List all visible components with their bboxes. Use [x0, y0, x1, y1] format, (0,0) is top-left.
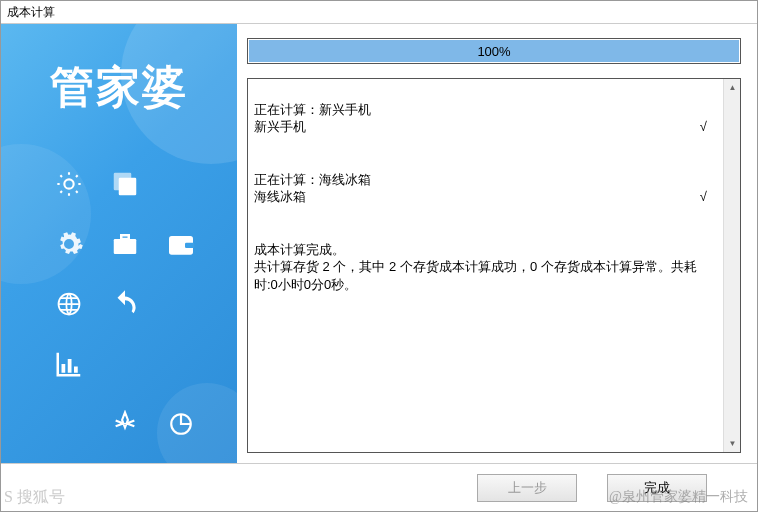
blank-icon [165, 288, 197, 320]
blank-icon [109, 348, 141, 380]
blank-icon [165, 168, 197, 200]
undo-icon [109, 288, 141, 320]
bar-chart-icon [53, 348, 85, 380]
check-icon: √ [700, 188, 717, 206]
globe-icon [53, 288, 85, 320]
prev-button: 上一步 [477, 474, 577, 502]
body: 管家婆 [1, 23, 757, 463]
svg-rect-2 [119, 178, 137, 196]
svg-rect-10 [74, 367, 78, 373]
progress-bar: 100% [247, 38, 741, 64]
blank-icon [53, 408, 85, 440]
svg-rect-3 [114, 239, 137, 254]
check-icon: √ [700, 118, 717, 136]
pie-icon [165, 408, 197, 440]
layers-icon [109, 168, 141, 200]
progress-text: 100% [248, 39, 740, 63]
log-content: 正在计算：新兴手机 新兴手机√ 正在计算：海线冰箱 海线冰箱√ 成本计算完成。 … [248, 79, 723, 452]
sun-icon [53, 168, 85, 200]
footer: 上一步 完成 [1, 463, 757, 511]
scroll-down-icon[interactable]: ▼ [724, 435, 741, 452]
star-icon [109, 408, 141, 440]
scroll-up-icon[interactable]: ▲ [724, 79, 741, 96]
log-output: 正在计算：新兴手机 新兴手机√ 正在计算：海线冰箱 海线冰箱√ 成本计算完成。 … [247, 78, 741, 453]
svg-rect-9 [68, 359, 72, 373]
svg-rect-6 [185, 243, 194, 248]
svg-rect-4 [121, 235, 129, 239]
sidebar-icon-grid [41, 154, 211, 463]
main-panel: 100% 正在计算：新兴手机 新兴手机√ 正在计算：海线冰箱 海线冰箱√ 成本计… [237, 24, 757, 463]
blank-icon [165, 348, 197, 380]
gear-icon [53, 228, 85, 260]
cost-calc-window: 成本计算 管家婆 [0, 0, 758, 512]
app-logo: 管家婆 [1, 58, 237, 117]
scrollbar[interactable]: ▲ ▼ [723, 79, 740, 452]
svg-rect-8 [62, 364, 66, 373]
briefcase-icon [109, 228, 141, 260]
done-button[interactable]: 完成 [607, 474, 707, 502]
window-title: 成本计算 [1, 1, 757, 23]
svg-point-0 [64, 179, 73, 188]
wallet-icon [165, 228, 197, 260]
sidebar: 管家婆 [1, 24, 237, 463]
sohu-watermark: S 搜狐号 [4, 487, 65, 508]
